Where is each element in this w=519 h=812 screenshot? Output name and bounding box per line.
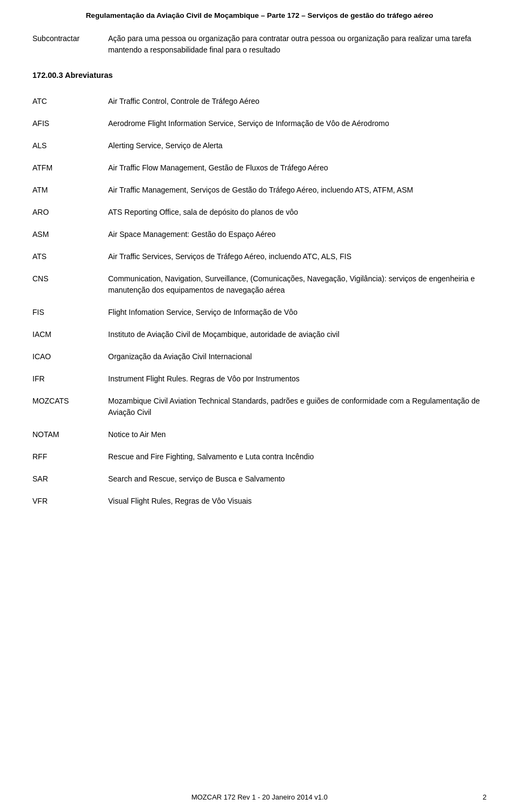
abbreviation-definition: Alerting Service, Serviço de Alerta xyxy=(108,140,487,151)
abbreviation-row: ATFMAir Traffic Flow Management, Gestão … xyxy=(32,157,487,179)
abbreviation-row: IACMInstituto de Aviação Civil de Moçamb… xyxy=(32,324,487,346)
subcontractor-definition: Ação para uma pessoa ou organização para… xyxy=(108,33,487,56)
abbreviation-row: SARSearch and Rescue, serviço de Busca e… xyxy=(32,468,487,490)
section-heading: 172.00.3 Abreviaturas xyxy=(32,71,487,80)
abbreviation-definition: Air Traffic Management, Serviços de Gest… xyxy=(108,184,487,196)
abbreviations-list: ATCAir Traffic Control, Controle de Tráf… xyxy=(32,90,487,512)
page-container: Regulamentação da Aviação Civil de Moçam… xyxy=(0,0,519,812)
abbreviation-code: ATFM xyxy=(32,162,108,172)
abbreviation-definition: Notice to Air Men xyxy=(108,429,487,440)
abbreviation-row: ALSAlerting Service, Serviço de Alerta xyxy=(32,135,487,157)
abbreviation-definition: Visual Flight Rules, Regras de Vôo Visua… xyxy=(108,496,487,507)
abbreviation-code: IFR xyxy=(32,373,108,383)
page-number: 2 xyxy=(483,793,487,801)
abbreviation-code: MOZCATS xyxy=(32,395,108,405)
abbreviation-definition: Instituto de Aviação Civil de Moçambique… xyxy=(108,329,487,340)
abbreviation-row: ICAOOrganização da Aviação Civil Interna… xyxy=(32,346,487,368)
subcontractor-label: Subcontractar xyxy=(32,33,108,43)
abbreviation-code: SAR xyxy=(32,473,108,483)
abbreviation-code: AFIS xyxy=(32,118,108,128)
abbreviation-row: FISFlight Infomation Service, Serviço de… xyxy=(32,301,487,324)
abbreviation-code: ATM xyxy=(32,184,108,194)
abbreviation-row: ATMAir Traffic Management, Serviços de G… xyxy=(32,179,487,201)
abbreviation-row: ATSAir Traffic Services, Serviços de Trá… xyxy=(32,246,487,268)
abbreviation-row: ATCAir Traffic Control, Controle de Tráf… xyxy=(32,90,487,113)
abbreviation-definition: Organização da Aviação Civil Internacion… xyxy=(108,351,487,362)
abbreviation-code: ARO xyxy=(32,207,108,216)
abbreviation-definition: Air Traffic Flow Management, Gestão de F… xyxy=(108,162,487,174)
header-title: Regulamentação da Aviação Civil de Moçam… xyxy=(86,11,434,19)
abbreviation-code: ATC xyxy=(32,96,108,105)
abbreviation-row: VFRVisual Flight Rules, Regras de Vôo Vi… xyxy=(32,490,487,512)
abbreviation-row: IFRInstrument Flight Rules. Regras de Vô… xyxy=(32,368,487,390)
abbreviation-definition: Air Space Management: Gestão do Espaço A… xyxy=(108,229,487,240)
abbreviation-definition: Instrument Flight Rules. Regras de Vôo p… xyxy=(108,373,487,385)
abbreviation-definition: Search and Rescue, serviço de Busca e Sa… xyxy=(108,473,487,485)
abbreviation-code: RFF xyxy=(32,451,108,461)
abbreviation-row: NOTAMNotice to Air Men xyxy=(32,424,487,446)
abbreviation-code: ICAO xyxy=(32,351,108,361)
footer-text: MOZCAR 172 Rev 1 - 20 Janeiro 2014 v1.0 xyxy=(191,793,328,801)
abbreviation-code: CNS xyxy=(32,273,108,283)
abbreviation-code: ATS xyxy=(32,251,108,261)
abbreviation-code: ALS xyxy=(32,140,108,150)
abbreviation-row: AROATS Reporting Office, sala de depósit… xyxy=(32,201,487,223)
abbreviation-row: MOZCATSMozambique Civil Aviation Technic… xyxy=(32,390,487,424)
abbreviation-definition: Flight Infomation Service, Serviço de In… xyxy=(108,307,487,318)
abbreviation-row: RFFRescue and Fire Fighting, Salvamento … xyxy=(32,446,487,468)
abbreviation-row: CNSCommunication, Navigation, Surveillan… xyxy=(32,268,487,301)
abbreviation-code: NOTAM xyxy=(32,429,108,439)
abbreviation-code: FIS xyxy=(32,307,108,316)
subcontractor-section: Subcontractar Ação para uma pessoa ou or… xyxy=(32,33,487,56)
abbreviation-definition: ATS Reporting Office, sala de depósito d… xyxy=(108,207,487,218)
abbreviation-definition: Mozambique Civil Aviation Technical Stan… xyxy=(108,395,487,418)
abbreviation-code: IACM xyxy=(32,329,108,339)
abbreviation-code: VFR xyxy=(32,496,108,505)
abbreviation-definition: Air Traffic Control, Controle de Tráfego… xyxy=(108,96,487,107)
abbreviation-code: ASM xyxy=(32,229,108,239)
page-footer: MOZCAR 172 Rev 1 - 20 Janeiro 2014 v1.0 xyxy=(0,793,519,801)
abbreviation-definition: Communication, Navigation, Surveillance,… xyxy=(108,273,487,296)
abbreviation-row: AFISAerodrome Flight Information Service… xyxy=(32,113,487,135)
abbreviation-definition: Rescue and Fire Fighting, Salvamento e L… xyxy=(108,451,487,463)
page-header: Regulamentação da Aviação Civil de Moçam… xyxy=(32,11,487,21)
abbreviation-definition: Aerodrome Flight Information Service, Se… xyxy=(108,118,487,129)
abbreviation-row: ASMAir Space Management: Gestão do Espaç… xyxy=(32,223,487,246)
abbreviation-definition: Air Traffic Services, Serviços de Tráfeg… xyxy=(108,251,487,262)
